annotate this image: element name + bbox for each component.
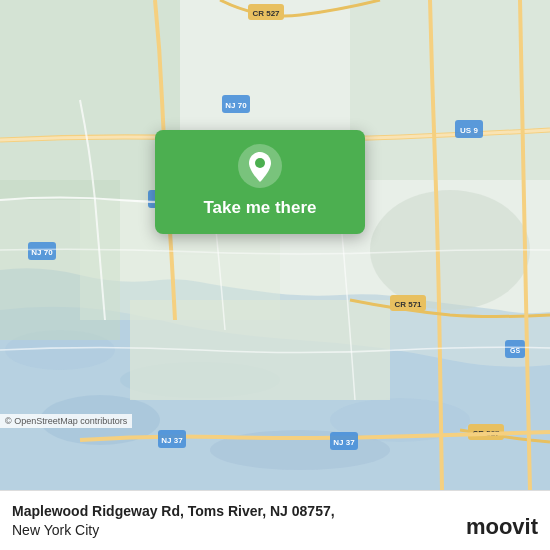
svg-text:NJ 70: NJ 70 [225,101,247,110]
address-line: Maplewood Ridgeway Rd, Toms River, NJ 08… [12,502,538,520]
osm-credit: © OpenStreetMap contributors [0,414,132,428]
map-container: NJ 70 NJ 70 NJ US 9 CR 527 CR 571 CR 527… [0,0,550,490]
moovit-text: moovit [466,514,538,540]
location-pin-icon [238,144,282,188]
svg-text:NJ 37: NJ 37 [333,438,355,447]
svg-rect-6 [0,0,180,200]
take-me-there-label: Take me there [203,198,316,218]
take-me-there-popup[interactable]: Take me there [155,130,365,234]
svg-text:US 9: US 9 [460,126,478,135]
svg-text:CR 527: CR 527 [252,9,280,18]
bottom-bar: Maplewood Ridgeway Rd, Toms River, NJ 08… [0,490,550,550]
svg-point-33 [255,158,265,168]
svg-text:CR 571: CR 571 [394,300,422,309]
city-line: New York City [12,521,538,539]
moovit-logo: moovit [466,514,538,540]
svg-text:NJ 37: NJ 37 [161,436,183,445]
